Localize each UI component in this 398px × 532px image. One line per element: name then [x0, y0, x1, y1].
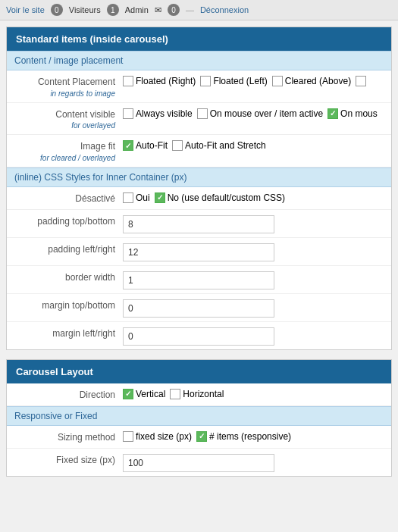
padding-lr-row: padding left/right: [7, 238, 391, 266]
oui-checkbox[interactable]: [123, 192, 133, 203]
padding-lr-input[interactable]: [123, 243, 274, 261]
fixed-size-label: Fixed size (px): [13, 452, 123, 467]
fixed-size-content: [123, 452, 385, 472]
on-mouse-checked-option[interactable]: On mous: [327, 108, 378, 119]
auto-fit-checkbox[interactable]: [123, 140, 133, 151]
fixed-size-option[interactable]: fixed size (px): [123, 431, 192, 442]
deconnexion-link[interactable]: Déconnexion: [200, 5, 249, 14]
floated-right-option[interactable]: Floated (Right): [123, 76, 196, 86]
margin-tb-input[interactable]: [123, 299, 274, 318]
padding-tb-row: padding top/bottom: [7, 210, 391, 238]
desactive-label: Désactivé: [13, 191, 123, 205]
padding-tb-content: [123, 214, 385, 233]
fixed-size-input[interactable]: [123, 454, 274, 472]
carousel-layout-header: Carousel Layout: [7, 360, 391, 383]
extra-option[interactable]: [356, 76, 366, 86]
image-fit-row: Image fit for cleared / overlayed Auto-F…: [7, 135, 391, 167]
main-content: Standard items (inside carousel) Content…: [0, 20, 398, 492]
standard-items-section: Standard items (inside carousel) Content…: [6, 27, 392, 350]
border-width-row: border width: [7, 266, 391, 294]
content-visible-options: Always visible On mouse over / item acti…: [123, 107, 385, 119]
border-width-label: border width: [13, 270, 123, 284]
fixed-size-checkbox[interactable]: [123, 431, 133, 442]
carousel-layout-section: Carousel Layout Direction Vertical Horiz…: [6, 359, 392, 477]
padding-tb-label: padding top/bottom: [13, 214, 123, 228]
content-placement-label: Content Placement in regards to image: [13, 74, 123, 99]
margin-lr-label: margin left/right: [13, 326, 123, 340]
vertical-option[interactable]: Vertical: [123, 389, 165, 399]
direction-row: Direction Vertical Horizontal: [7, 383, 391, 406]
responsive-fixed-header: Responsive or Fixed: [7, 406, 391, 426]
vertical-checkbox[interactable]: [123, 389, 133, 399]
content-placement-row: Content Placement in regards to image Fl…: [7, 70, 391, 103]
sizing-method-options: fixed size (px) # items (responsive): [123, 430, 385, 442]
voir-site-link[interactable]: Voir le site: [6, 5, 45, 14]
floated-right-checkbox[interactable]: [123, 76, 133, 86]
cleared-above-checkbox[interactable]: [272, 76, 283, 86]
topbar: Voir le site 0 Visiteurs 1 Admin ✉ 0 — D…: [0, 0, 398, 20]
on-mouse-over-checkbox[interactable]: [197, 108, 208, 119]
margin-tb-content: [123, 298, 385, 318]
image-fit-options: Auto-Fit Auto-Fit and Stretch: [123, 139, 385, 151]
margin-lr-row: margin left/right: [7, 322, 391, 349]
cleared-above-option[interactable]: Cleared (Above): [272, 76, 351, 86]
oui-option[interactable]: Oui: [123, 192, 150, 203]
margin-tb-label: margin top/bottom: [13, 298, 123, 312]
always-visible-option[interactable]: Always visible: [123, 108, 193, 119]
separator: —: [186, 5, 194, 14]
admin-badge: 1: [107, 4, 119, 16]
margin-lr-input[interactable]: [123, 327, 274, 346]
content-visible-row: Content visible for overlayed Always vis…: [7, 103, 391, 136]
visiteurs-label: Visiteurs: [69, 5, 101, 14]
desactive-row: Désactivé Oui No (use default/custom CSS…: [7, 187, 391, 210]
on-mouse-checked-checkbox[interactable]: [327, 108, 338, 119]
border-width-input[interactable]: [123, 271, 274, 289]
other-badge: 0: [168, 4, 180, 16]
items-responsive-checkbox[interactable]: [196, 431, 207, 442]
direction-options: Vertical Horizontal: [123, 387, 385, 399]
padding-lr-label: padding left/right: [13, 242, 123, 256]
auto-fit-stretch-checkbox[interactable]: [172, 140, 183, 151]
floated-left-checkbox[interactable]: [200, 76, 211, 86]
always-visible-checkbox[interactable]: [123, 108, 133, 119]
fixed-size-row: Fixed size (px): [7, 449, 391, 476]
sizing-method-label: Sizing method: [13, 430, 123, 444]
content-placement-header: Content / image placement: [7, 51, 391, 70]
horizontal-option[interactable]: Horizontal: [170, 389, 224, 399]
items-responsive-option[interactable]: # items (responsive): [196, 431, 291, 442]
extra-checkbox[interactable]: [356, 76, 366, 86]
on-mouse-over-option[interactable]: On mouse over / item active: [197, 108, 323, 119]
padding-tb-input[interactable]: [123, 215, 274, 233]
visiteurs-badge: 0: [51, 4, 63, 16]
desactive-options: Oui No (use default/custom CSS): [123, 191, 385, 203]
content-visible-label: Content visible for overlayed: [13, 107, 123, 131]
direction-label: Direction: [13, 387, 123, 402]
no-option[interactable]: No (use default/custom CSS): [155, 192, 285, 203]
content-placement-options: Floated (Right) Floated (Left) Cleared (…: [123, 74, 385, 86]
sizing-method-row: Sizing method fixed size (px) # items (r…: [7, 426, 391, 449]
css-styles-header: (inline) CSS Styles for Inner Container …: [7, 167, 391, 187]
horizontal-checkbox[interactable]: [170, 389, 180, 399]
margin-lr-content: [123, 326, 385, 346]
no-checkbox[interactable]: [155, 192, 165, 203]
auto-fit-option[interactable]: Auto-Fit: [123, 140, 168, 151]
image-fit-label: Image fit for cleared / overlayed: [13, 139, 123, 163]
admin-label: Admin: [125, 5, 149, 14]
mail-icon: ✉: [155, 5, 161, 15]
margin-tb-row: margin top/bottom: [7, 294, 391, 322]
border-width-content: [123, 270, 385, 289]
auto-fit-stretch-option[interactable]: Auto-Fit and Stretch: [172, 140, 266, 151]
standard-items-header: Standard items (inside carousel): [7, 27, 391, 51]
floated-left-option[interactable]: Floated (Left): [200, 76, 267, 86]
padding-lr-content: [123, 242, 385, 261]
